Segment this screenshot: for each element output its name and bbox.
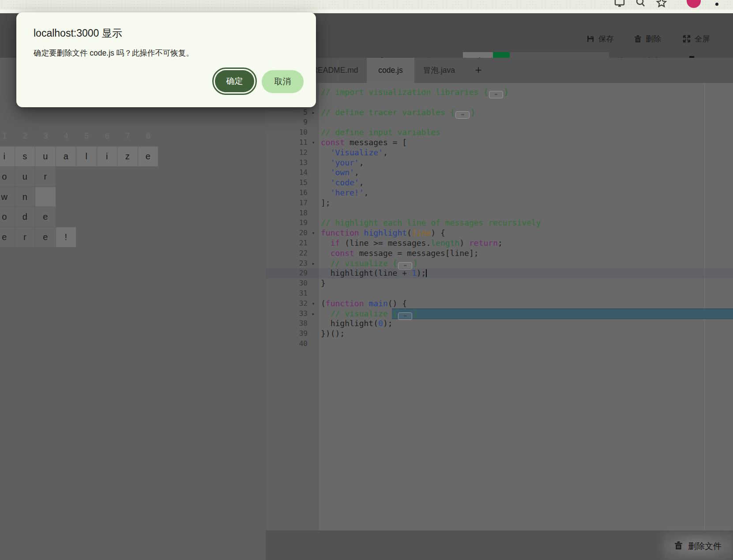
fold-closed-icon[interactable]: ▸ — [309, 309, 317, 319]
editor-footer-strip — [266, 530, 733, 560]
tabs: README.mdcode.js冒泡.java — [304, 58, 464, 83]
token: ]; — [321, 198, 331, 207]
grid-cell: s — [15, 147, 35, 166]
fold-open-icon[interactable]: ▾ — [309, 228, 317, 238]
code-line-14[interactable]: 14 'own', — [266, 168, 733, 178]
token: 1 — [412, 268, 417, 278]
code-text: function highlight(line) { — [321, 228, 445, 238]
grid-col-header: 1 — [0, 132, 15, 141]
bookmark-star-icon[interactable] — [656, 0, 667, 8]
trash-icon — [634, 35, 642, 43]
add-tab-button[interactable]: + — [469, 58, 488, 83]
search-icon[interactable] — [635, 0, 646, 8]
code-line-17[interactable]: 17]; — [266, 198, 733, 208]
fold-open-icon[interactable]: ▾ — [309, 299, 317, 309]
code-line-12[interactable]: 12 'Visualize', — [266, 148, 733, 158]
token: if — [331, 238, 340, 248]
cancel-button[interactable]: 取消 — [262, 70, 304, 93]
code-text: // define tracer variables {↔} — [321, 108, 475, 119]
token — [321, 188, 331, 197]
token — [321, 158, 331, 167]
tab-code.js[interactable]: code.js — [367, 58, 414, 83]
token: return — [469, 238, 498, 248]
fold-open-icon[interactable]: ▾ — [309, 138, 317, 148]
token: // import visualization libraries { — [321, 87, 488, 97]
code-line-11[interactable]: 11▾const messages = [ — [266, 138, 733, 148]
token: const — [331, 248, 354, 258]
fullscreen-label: 全屏 — [695, 34, 710, 44]
code-line-21[interactable]: 21 if (line >= messages.length) return; — [266, 238, 733, 248]
code-editor[interactable]: 1// import visualization libraries {↔}5▸… — [266, 83, 733, 530]
code-line-19[interactable]: 19// highlight each line of messages rec… — [266, 218, 733, 228]
fold-closed-icon[interactable]: ▸ — [309, 108, 317, 118]
code-line-1[interactable]: 1// import visualization libraries {↔} — [266, 87, 733, 98]
token: (line >= messages. — [340, 238, 431, 248]
confirm-button[interactable]: 确定 — [212, 68, 257, 95]
token — [321, 168, 331, 177]
fullscreen-button[interactable]: 全屏 — [683, 33, 710, 45]
grid-cell: w — [0, 187, 15, 207]
code-line-31[interactable]: 31 — [266, 289, 733, 299]
code-line-16[interactable]: 16 'here!', — [266, 188, 733, 198]
code-line-30[interactable]: 30} — [266, 278, 733, 289]
code-line-22[interactable]: 22 const message = messages[line]; — [266, 248, 733, 259]
token: })(); — [321, 329, 345, 338]
trash-icon — [674, 541, 683, 552]
delete-label: 删除 — [646, 34, 661, 44]
grid-row: ere! — [0, 227, 158, 248]
line-number: 21 — [266, 238, 308, 248]
code-text: highlight(line + 1); — [321, 268, 427, 278]
code-line-29[interactable]: 29 highlight(line + 1); — [266, 268, 733, 278]
code-line-38[interactable]: 38 highlight(0); — [266, 319, 733, 329]
line-number: 32 — [266, 299, 308, 309]
token: ) { — [431, 228, 445, 237]
delete-file-button[interactable]: 删除文件 — [665, 535, 731, 558]
grid-cell: u — [35, 147, 56, 166]
token: () { — [388, 299, 407, 308]
code-line-13[interactable]: 13 'your', — [266, 158, 733, 168]
code-line-5[interactable]: 5▸// define tracer variables {↔} — [266, 108, 733, 118]
code-text: 'code', — [321, 178, 364, 188]
code-line-15[interactable]: 15 'code', — [266, 178, 733, 188]
grid-col-header: 5 — [76, 132, 97, 141]
line-number: 33 — [266, 309, 308, 319]
tab-冒泡.java[interactable]: 冒泡.java — [414, 58, 464, 83]
browser-menu-icon[interactable] — [715, 3, 718, 6]
code-line-blank[interactable] — [266, 98, 733, 108]
fold-closed-icon[interactable]: ▸ — [309, 259, 317, 269]
code-line-18[interactable]: 18 — [266, 208, 733, 218]
line-number: 9 — [266, 117, 308, 128]
token: line — [412, 228, 431, 237]
grid-cell — [35, 187, 56, 207]
grid-cell: e — [35, 227, 56, 247]
code-line-10[interactable]: 10// define input variables — [266, 128, 733, 138]
token: , — [359, 178, 364, 187]
code-line-32[interactable]: 32▾(function main() { — [266, 299, 733, 309]
token: highlight(line + — [321, 268, 412, 278]
grid-col-header: 6 — [97, 132, 118, 141]
code-line-40[interactable]: 40 — [266, 339, 733, 349]
code-line-9[interactable]: 9 — [266, 117, 733, 128]
token: ; — [498, 238, 503, 248]
code-line-23[interactable]: 23▸ // visualize {↔} — [266, 259, 733, 269]
token: , — [383, 148, 388, 157]
token: length — [431, 238, 459, 248]
grid-cell: e — [138, 147, 158, 166]
character-grid: isualizeourwnodeere! — [0, 147, 158, 248]
profile-avatar[interactable] — [687, 0, 701, 8]
delete-button[interactable]: 删除 — [634, 33, 661, 45]
grid-cell: r — [35, 167, 56, 187]
code-line-20[interactable]: 20▾function highlight(line) { — [266, 228, 733, 238]
line-number: 30 — [266, 278, 308, 289]
code-line-39[interactable]: 39})(); — [266, 329, 733, 339]
token — [321, 309, 331, 318]
code-text: 'Visualize', — [321, 148, 388, 158]
visualization-panel: 12345678 isualizeourwnodeere! — [0, 58, 266, 560]
code-text: 'here!', — [321, 188, 368, 198]
grid-cell: ! — [56, 227, 76, 247]
token: , — [364, 188, 369, 197]
display-icon[interactable] — [614, 0, 625, 8]
code-text: const message = messages[line]; — [321, 248, 479, 259]
code-line-33[interactable]: 33▸ // visualize {↔} — [266, 309, 733, 319]
save-button[interactable]: 保存 — [586, 33, 614, 45]
